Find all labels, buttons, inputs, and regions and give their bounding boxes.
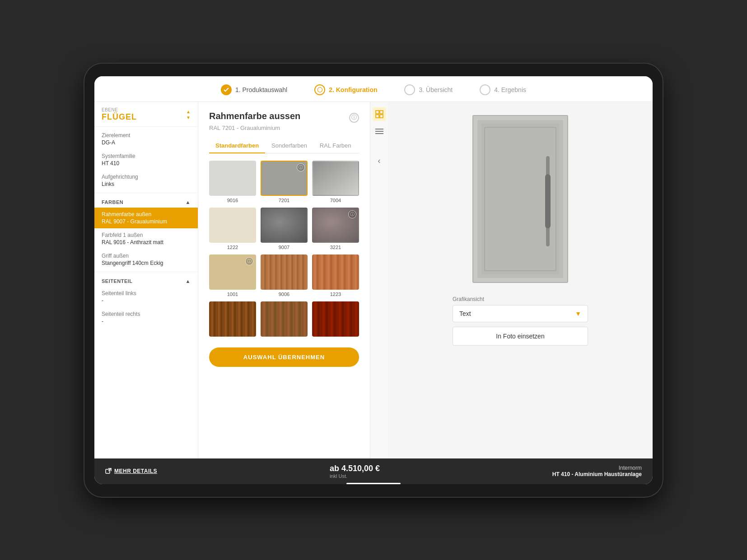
sidebar-item-zierelement-value: DG-A [102, 139, 191, 146]
product-brand: Internorm [552, 465, 642, 471]
griff-value: Stangengriff 140cm Eckig [102, 260, 191, 266]
sidebar-item-seitenteil-rechts[interactable]: Seitenteil rechts - [94, 307, 198, 328]
color-panel: Rahmenfarbe aussen ⓘ RAL 7201 - Graualum… [198, 102, 370, 458]
color-item-1001[interactable]: ⓘ 1001 [209, 255, 256, 297]
sidebar-item-zierelement[interactable]: Zierelement DG-A [94, 129, 198, 149]
color-swatch-1223 [312, 255, 359, 290]
divider-3 [94, 272, 198, 272]
tab-ral-farben[interactable]: RAL Farben [313, 139, 358, 153]
price-section: ab 4.510,00 € inkl Ust. [330, 464, 380, 479]
rahmenfarbe-label: Rahmenfarbe außen [102, 211, 191, 218]
swatch-info-icon-3221[interactable]: ⓘ [348, 210, 356, 218]
step-label-1: 1. Produktauswahl [235, 86, 287, 93]
color-swatch-9006 [261, 255, 308, 290]
color-item-9006[interactable]: 9006 [261, 255, 308, 297]
sidebar: EBENE FLÜGEL ▲ ▼ Zierelement DG-A System… [94, 102, 198, 458]
farben-collapse-icon: ▲ [186, 199, 191, 205]
collapse-panel-button[interactable]: ‹ [373, 154, 386, 168]
tab-standardfarben[interactable]: Standardfarben [209, 139, 265, 153]
sidebar-item-rahmenfarbe-aussen[interactable]: Rahmenfarbe außen RAL 9007 - Graualumini… [94, 208, 198, 228]
farbfeld1-value: RAL 9016 - Anthrazit matt [102, 239, 191, 245]
color-item-9016[interactable]: 9016 [209, 161, 256, 203]
swatch-info-icon-7201[interactable]: ⓘ [297, 163, 305, 171]
color-item-1222[interactable]: 1222 [209, 208, 256, 250]
color-swatch-1222 [209, 208, 256, 243]
griff-label: Griff außen [102, 253, 191, 259]
farbfeld1-label: Farbfeld 1 außen [102, 232, 191, 238]
color-item-wood1[interactable] [209, 301, 256, 338]
panel-header: Rahmenfarbe aussen ⓘ [209, 111, 359, 123]
step-label-3: 3. Übersicht [419, 86, 453, 93]
list-view-button[interactable] [373, 125, 386, 138]
farben-label: FARBEN [102, 199, 123, 205]
level-arrows[interactable]: ▲ ▼ [186, 109, 191, 120]
color-item-9007[interactable]: 9007 [261, 208, 308, 250]
grafik-select-value: Text [459, 310, 471, 317]
foto-button[interactable]: In Foto einsetzen [453, 327, 588, 346]
wizard-step-4[interactable]: 4. Ergebnis [480, 84, 526, 95]
grafik-select-chevron: ▼ [575, 310, 581, 317]
wizard-step-2[interactable]: ◯ 2. Konfiguration [314, 84, 377, 95]
grafik-controls: Grafikansicht Text ▼ In Foto einsetzen [453, 296, 588, 346]
color-swatch-1001: ⓘ [209, 255, 256, 290]
seitenteil-collapse-icon: ▲ [186, 278, 191, 284]
color-item-7201[interactable]: ⓘ 7201 [261, 161, 308, 203]
sidebar-item-systemfamilie[interactable]: Systemfamilie HT 410 [94, 149, 198, 170]
color-swatch-3221: ⓘ [312, 208, 359, 243]
tabs-row: Standardfarben Sonderfarben RAL Farben [209, 139, 359, 153]
color-item-7004[interactable]: 7004 [312, 161, 359, 203]
step-label-2: 2. Konfiguration [329, 86, 377, 93]
color-item-wood3[interactable] [312, 301, 359, 338]
color-label-7201: 7201 [279, 198, 289, 203]
sidebar-item-systemfamilie-label: Systemfamilie [102, 153, 191, 159]
svg-rect-2 [376, 115, 379, 118]
sidebar-item-farbfeld1[interactable]: Farbfeld 1 außen RAL 9016 - Anthrazit ma… [94, 228, 198, 249]
step-circle-1 [221, 84, 232, 95]
svg-rect-0 [376, 111, 379, 114]
color-swatch-7201: ⓘ [261, 161, 308, 196]
bottom-progress [346, 483, 401, 484]
sidebar-item-seitenteil-links[interactable]: Seitenteil links - [94, 287, 198, 307]
panel-info-icon[interactable]: ⓘ [349, 113, 359, 123]
tab-sonderfarben[interactable]: Sonderfarben [265, 139, 313, 153]
grid-view-button[interactable] [373, 107, 386, 121]
external-link-icon [105, 468, 112, 474]
color-item-wood2[interactable] [261, 301, 308, 338]
arrow-down-icon: ▼ [186, 115, 191, 120]
seitenteil-links-label: Seitenteil links [102, 290, 191, 296]
color-label-1001: 1001 [227, 292, 238, 297]
step-circle-4 [480, 84, 490, 95]
accept-button[interactable]: AUSWAHL ÜBERNEHMEN [209, 347, 359, 367]
level-label: EBENE [102, 107, 137, 112]
bottom-bar: MEHR DETAILS ab 4.510,00 € inkl Ust. Int… [94, 458, 653, 484]
grafik-select[interactable]: Text ▼ [453, 305, 588, 322]
sidebar-item-aufgehrichtung[interactable]: Aufgehrichtung Links [94, 170, 198, 191]
color-label-9016: 9016 [227, 198, 238, 203]
color-item-1223[interactable]: 1223 [312, 255, 359, 297]
sidebar-item-griff[interactable]: Griff außen Stangengriff 140cm Eckig [94, 249, 198, 270]
farben-section[interactable]: FARBEN ▲ [94, 195, 198, 208]
step-circle-3 [404, 84, 415, 95]
door-svg [468, 111, 572, 287]
color-swatch-wood2 [261, 301, 308, 337]
color-item-3221[interactable]: ⓘ 3221 [312, 208, 359, 250]
grafik-label: Grafikansicht [453, 296, 588, 302]
preview-panel: Grafikansicht Text ▼ In Foto einsetzen [388, 102, 653, 458]
seitenteil-label: SEITENTEIL [102, 278, 133, 284]
wizard-step-3[interactable]: 3. Übersicht [404, 84, 453, 95]
wizard-step-1[interactable]: 1. Produktauswahl [221, 84, 287, 95]
color-swatch-9007 [261, 208, 308, 243]
app-container: 1. Produktauswahl ◯ 2. Konfiguration 3. … [94, 76, 653, 484]
sidebar-item-systemfamilie-value: HT 410 [102, 160, 191, 167]
sidebar-level: EBENE FLÜGEL ▲ ▼ [94, 102, 198, 125]
mehr-details-link[interactable]: MEHR DETAILS [105, 468, 157, 474]
swatch-info-icon-1001[interactable]: ⓘ [245, 257, 253, 265]
color-label-9007: 9007 [279, 245, 289, 250]
color-grid: 9016 ⓘ 7201 7004 1222 [209, 161, 359, 338]
price-amount: ab 4.510,00 € [330, 464, 380, 473]
color-label-1223: 1223 [330, 292, 341, 297]
arrow-up-icon: ▲ [186, 109, 191, 114]
seitenteil-rechts-label: Seitenteil rechts [102, 311, 191, 317]
product-name: HT 410 - Aluminium Haustüranlage [552, 471, 642, 477]
seitenteil-section[interactable]: SEITENTEIL ▲ [94, 274, 198, 287]
